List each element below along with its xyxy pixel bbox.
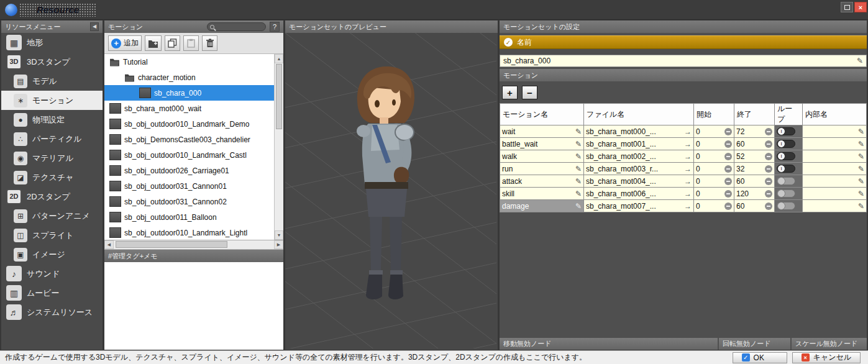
sidebar-item-image[interactable]: ▣ イメージ [1,245,103,264]
tree-item[interactable]: sb_obj_outdoor011_Balloon [104,209,274,225]
stepper-minus-icon[interactable] [765,178,772,185]
internal-name-cell[interactable]: ✎ [803,138,867,150]
loop-toggle[interactable] [777,202,795,210]
pencil-icon[interactable]: ✎ [858,165,864,173]
stepper-minus-icon[interactable] [724,190,732,198]
pencil-icon[interactable]: ✎ [858,128,864,135]
pencil-icon[interactable]: ✎ [575,202,582,210]
sidebar-item-terrain[interactable]: ▦ 地形 [1,33,103,52]
internal-name-cell[interactable]: ✎ [803,175,867,188]
start-cell[interactable]: 0 [694,188,734,200]
stepper-minus-icon[interactable] [724,128,732,135]
internal-name-cell[interactable]: ✎ [803,200,867,212]
name-field[interactable]: sb_chara_000 ✎ [500,55,867,67]
stepper-minus-icon[interactable] [765,190,772,198]
stepper-minus-icon[interactable] [724,140,732,148]
end-cell[interactable]: 52 [734,150,775,163]
motion-name-cell[interactable]: run✎ [500,163,584,175]
motion-name-cell[interactable]: attack✎ [500,175,584,188]
memo-input[interactable] [104,262,283,350]
start-cell[interactable]: 0 [694,138,734,150]
tree-item-selected[interactable]: sb_chara_000 [104,85,274,101]
scroll-down-icon[interactable]: ▼ [275,230,283,240]
tree-item[interactable]: sb_obj_outdoor010_Landmark_Lightl [104,225,274,240]
tree-item[interactable]: sb_obj_outdoor031_Cannon02 [104,194,274,209]
motion-name-cell[interactable]: damage✎ [500,200,584,212]
pencil-icon[interactable]: ✎ [575,153,582,160]
internal-name-cell[interactable]: ✎ [803,188,867,200]
sidebar-item-pattern-anime[interactable]: ⊞ パターンアニメ [1,206,103,225]
restore-button[interactable] [841,2,853,12]
new-folder-button[interactable] [145,35,162,51]
sidebar-item-motion[interactable]: ∗ モーション [1,91,103,110]
copy-button[interactable] [165,35,180,51]
file-name-cell[interactable]: sb_chara_mot003_r...→ [584,163,694,175]
motion-name-cell[interactable]: battle_wait✎ [500,138,584,150]
ok-button[interactable]: ✓ OK [733,352,787,363]
end-cell[interactable]: 60 [734,138,775,150]
paste-button[interactable] [183,35,199,51]
start-cell[interactable]: 0 [694,150,734,163]
tree-folder[interactable]: Tutorial [104,54,274,70]
stepper-minus-icon[interactable] [765,140,772,148]
pencil-icon[interactable]: ✎ [575,165,582,173]
pencil-icon[interactable]: ✎ [857,57,863,65]
loop-toggle[interactable] [777,140,795,148]
loop-toggle[interactable] [777,189,795,198]
sidebar-item-particle[interactable]: ∴ パーティクル [1,129,103,148]
tree-item[interactable]: sb_chara_mot000_wait [104,101,274,116]
pencil-icon[interactable]: ✎ [858,178,864,185]
tree-item[interactable]: sb_obj_outdoor010_Landmark_Castl [104,147,274,163]
internal-name-cell[interactable]: ✎ [803,150,867,163]
arrow-right-icon[interactable]: → [684,140,692,148]
internal-name-cell[interactable]: ✎ [803,125,867,138]
cancel-button[interactable]: × キャンセル [792,352,861,363]
sidebar-item-texture[interactable]: ◪ テクスチャ [1,168,103,187]
sidebar-item-physics[interactable]: ● 物理設定 [1,110,103,129]
stepper-minus-icon[interactable] [724,202,732,210]
arrow-right-icon[interactable]: → [684,152,692,161]
start-cell[interactable]: 0 [694,200,734,212]
loop-toggle[interactable] [777,127,795,135]
3d-viewport[interactable] [285,33,498,350]
end-cell[interactable]: 120 [734,188,775,200]
file-name-cell[interactable]: sb_chara_mot004_...→ [584,175,694,188]
loop-toggle[interactable] [777,152,795,160]
scroll-right-icon[interactable]: ▶ [274,240,283,249]
pencil-icon[interactable]: ✎ [858,153,864,160]
file-name-cell[interactable]: sb_chara_mot002_...→ [584,150,694,163]
add-button[interactable]: + 追加 [108,35,142,51]
vertical-scroll-thumb[interactable] [276,64,282,129]
stepper-minus-icon[interactable] [765,165,772,173]
sidebar-item-material[interactable]: ◉ マテリアル [1,148,103,168]
stepper-minus-icon[interactable] [724,178,732,185]
end-cell[interactable]: 72 [734,125,775,138]
sidebar-item-sprite[interactable]: ◫ スプライト [1,225,103,245]
pencil-icon[interactable]: ✎ [575,140,582,148]
sidebar-item-movie[interactable]: ▥ ムービー [1,283,103,303]
file-name-cell[interactable]: sb_chara_mot007_...→ [584,200,694,212]
internal-name-cell[interactable]: ✎ [803,163,867,175]
stepper-minus-icon[interactable] [765,128,772,135]
arrow-right-icon[interactable]: → [684,202,692,211]
collapse-sidebar-button[interactable]: ◀ [90,22,99,31]
scroll-left-icon[interactable]: ◀ [104,240,114,249]
file-name-cell[interactable]: sb_chara_mot000_...→ [584,125,694,138]
sidebar-item-model[interactable]: ▤ モデル [1,71,103,91]
stepper-minus-icon[interactable] [765,202,772,210]
start-cell[interactable]: 0 [694,163,734,175]
file-name-cell[interactable]: sb_chara_mot001_...→ [584,138,694,150]
pencil-icon[interactable]: ✎ [858,190,864,198]
stepper-minus-icon[interactable] [724,153,732,160]
search-box[interactable] [207,22,266,31]
start-cell[interactable]: 0 [694,125,734,138]
start-cell[interactable]: 0 [694,175,734,188]
end-cell[interactable]: 60 [734,200,775,212]
motion-name-cell[interactable]: skill✎ [500,188,584,200]
scroll-up-icon[interactable]: ▲ [275,54,283,63]
motion-name-cell[interactable]: walk✎ [500,150,584,163]
tree-item[interactable]: sb_obj_outdoor031_Cannon01 [104,178,274,194]
sidebar-item-2d-stamp[interactable]: 2D 2Dスタンプ [1,187,103,206]
close-button[interactable]: × [854,2,867,12]
tree-item[interactable]: sb_obj_outdoor026_Carriage01 [104,163,274,178]
